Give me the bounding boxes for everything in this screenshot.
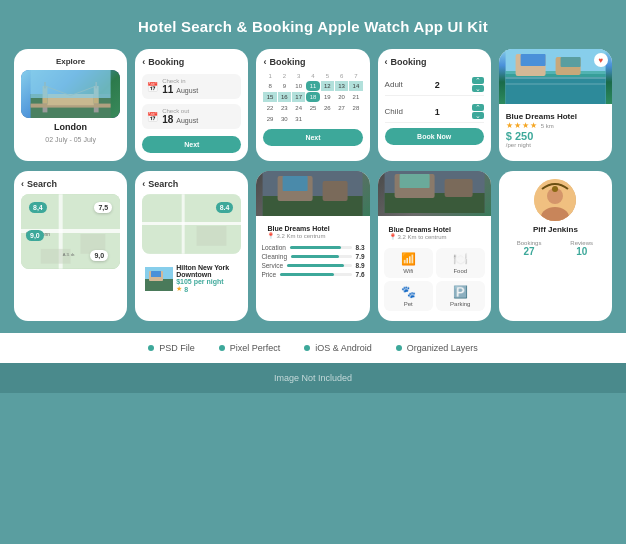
screen-booking1: ‹ Booking 📅 Check in 11 August 📅 Check o… — [135, 49, 248, 161]
svg-rect-39 — [283, 176, 308, 191]
adult-count: 2 — [435, 80, 440, 90]
screen-search2: ‹ Search 8.4 Hilton New Yor — [135, 171, 248, 321]
amenities-pin-icon: 📍 — [389, 233, 396, 240]
checkout-row: 📅 Check out 18 August — [142, 104, 241, 129]
back-arrow3-icon[interactable]: ‹ — [385, 57, 388, 67]
favorite-icon[interactable]: ♥ — [594, 53, 608, 67]
checkin-day: 11 — [162, 84, 173, 95]
reviews-stat: Reviews 10 — [558, 240, 605, 257]
next-button-1[interactable]: Next — [142, 136, 241, 153]
amenities-grid: 📶 Wifi 🍽️ Food 🐾 Pet 🅿️ Parking — [378, 244, 491, 315]
footer-bottom: Image Not Included — [0, 363, 626, 393]
adult-decrement[interactable]: ⌄ — [472, 85, 484, 92]
profile-name: Piff Jenkins — [533, 225, 578, 234]
reviews-value: 10 — [558, 246, 605, 257]
location-rating-row: Location 8.3 — [261, 244, 364, 251]
price-badge-2: 7,5 — [94, 202, 112, 213]
profile-avatar — [534, 179, 576, 221]
star3: ★ — [522, 121, 529, 130]
hotel-info-image — [256, 171, 369, 216]
checkout-month: August — [176, 117, 198, 124]
calendar-grid: 1 2 3 4 5 6 7 8 9 10 11 12 13 14 15 16 1… — [263, 72, 362, 124]
book-now-button[interactable]: Book Now — [385, 128, 484, 145]
amenities-hotel-name: Blue Dreams Hotel — [384, 223, 485, 233]
explore-city: London — [21, 122, 120, 132]
cleaning-rating-row: Cleaning 7.9 — [261, 253, 364, 260]
amenity-food: 🍽️ Food — [436, 248, 485, 278]
service-bar — [287, 264, 344, 267]
hotel-ratings-section: Location 8.3 Cleaning 7.9 Service 8.9 — [256, 242, 369, 284]
hotel-info-svg — [256, 171, 369, 216]
service-val: 8.9 — [356, 262, 365, 269]
bookings-value: 27 — [506, 246, 553, 257]
price-val: 7.6 — [356, 271, 365, 278]
badge-pixel: Pixel Perfect — [219, 343, 281, 353]
booking2-title: Booking — [269, 57, 305, 67]
service-label: Service — [261, 262, 283, 269]
amenity-pet: 🐾 Pet — [384, 281, 433, 311]
svg-rect-16 — [520, 54, 545, 66]
map-badge: 8.4 — [216, 202, 234, 213]
cleaning-val: 7.9 — [356, 253, 365, 260]
svg-rect-30 — [182, 194, 185, 254]
cal-week3: 22 23 24 25 26 27 28 — [263, 103, 362, 113]
badge-dot-psd — [148, 345, 154, 351]
checkin-month: August — [176, 87, 198, 94]
price-bar-wrap — [280, 273, 351, 276]
adult-label: Adult — [385, 80, 403, 89]
screen-explore: Explore London 02 — [14, 49, 127, 161]
hotel-card-price: $105 per night — [176, 278, 238, 285]
profile-stats: Bookings 27 Reviews 10 — [506, 240, 605, 257]
booking1-title: Booking — [148, 57, 184, 67]
child-increment[interactable]: ⌃ — [472, 104, 484, 111]
badge-layers: Organized Layers — [396, 343, 478, 353]
svg-rect-20 — [505, 83, 605, 85]
back-arrow5-icon[interactable]: ‹ — [142, 179, 145, 189]
checkout-info: Check out 18 August — [162, 108, 198, 125]
badge-dot-layers — [396, 345, 402, 351]
location-label: Location — [261, 244, 286, 251]
hotel-name: Blue Dreams Hotel — [506, 112, 605, 121]
cal-week2: 15 16 17 18 19 20 21 — [263, 92, 362, 102]
hotel-thumbnail — [145, 267, 173, 291]
location-bar-wrap — [290, 246, 352, 249]
cleaning-bar-wrap — [291, 255, 351, 258]
badge-ios: iOS & Android — [304, 343, 372, 353]
explore-header: Explore — [21, 57, 120, 66]
amenity-parking: 🅿️ Parking — [436, 281, 485, 311]
amenities-svg — [378, 171, 491, 213]
price-bar — [280, 273, 334, 276]
screens-row-2: ‹ Search Kerendonn A.3. dr. 8,4 7,5 9,0 … — [0, 171, 626, 333]
back-arrow2-icon[interactable]: ‹ — [263, 57, 266, 67]
screens-row-1: Explore London 02 — [0, 49, 626, 171]
svg-rect-40 — [323, 181, 348, 201]
footer-badges: PSD File Pixel Perfect iOS & Android Org… — [0, 333, 626, 363]
calendar-icon: 📅 — [147, 82, 158, 92]
star2: ★ — [514, 121, 521, 130]
pet-label: Pet — [404, 301, 413, 307]
hotel-info-location: 📍 3.2 Km to centrum — [262, 232, 363, 239]
explore-image-inner — [21, 70, 120, 118]
svg-rect-29 — [142, 222, 241, 225]
back-arrow4-icon[interactable]: ‹ — [21, 179, 24, 189]
back-arrow-icon[interactable]: ‹ — [142, 57, 145, 67]
adult-increment[interactable]: ⌃ — [472, 77, 484, 84]
star1: ★ — [506, 121, 513, 130]
cal-week4: 29 30 31 — [263, 114, 362, 124]
search1-title: Search — [27, 179, 57, 189]
service-bar-wrap — [287, 264, 351, 267]
next-button-2[interactable]: Next — [263, 129, 362, 146]
child-decrement[interactable]: ⌄ — [472, 112, 484, 119]
booking1-header: ‹ Booking — [142, 57, 241, 69]
svg-rect-11 — [31, 70, 111, 98]
amenities-location: 📍 3.2 Km to centrum — [384, 233, 485, 240]
adult-row: Adult 2 ⌃ ⌄ — [385, 74, 484, 96]
service-rating-row: Service 8.9 — [261, 262, 364, 269]
calendar2-icon: 📅 — [147, 112, 158, 122]
parking-label: Parking — [450, 301, 470, 307]
badge-psd: PSD File — [148, 343, 195, 353]
price-label: Price — [261, 271, 276, 278]
booking3-title: Booking — [391, 57, 427, 67]
child-count: 1 — [435, 107, 440, 117]
hotel-main-image: ♥ — [499, 49, 612, 104]
